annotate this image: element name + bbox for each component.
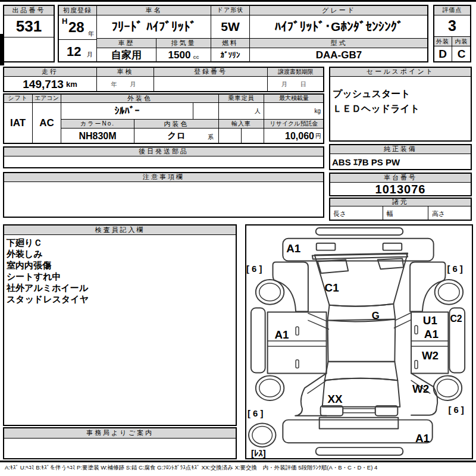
grade-header: グレード [249, 5, 428, 15]
door-handle-left-rear [296, 360, 299, 368]
registration-year: 28 [68, 19, 84, 36]
wheel-front-left-inner [259, 283, 281, 301]
door-handle-right-rear [415, 361, 418, 369]
max-load-header: 最大積載量 [264, 93, 324, 103]
capacity-header: 乗車定員 [218, 93, 264, 103]
footer-separator-bar [0, 461, 476, 462]
inspector-notes-header: 検査員記入欄 [3, 224, 237, 235]
spare-tire [249, 424, 276, 447]
mileage-unit: km [66, 80, 77, 89]
displacement-header: 排気量 [156, 38, 211, 48]
notes-empty [3, 181, 324, 218]
front-bumper-shape [316, 228, 403, 235]
a-pillar-left-line2 [308, 320, 329, 329]
aircon-header: エアコン [32, 93, 61, 103]
interior-grade-header: 内装 [452, 36, 471, 46]
interior-color-header: 内装色 [134, 119, 219, 129]
damage-label-right-door-u1: U1 [423, 314, 437, 327]
headlight-right-shape [383, 243, 402, 250]
fuel-header: 燃料 [211, 38, 250, 48]
inspector-note-line: 社外アルミホイール [7, 282, 233, 293]
sales-points-header: セールスポイント [329, 67, 472, 77]
exterior-grade-value: D [433, 46, 452, 62]
rear-panel-shape [320, 418, 399, 429]
side-sill-left-shape [251, 308, 265, 373]
sales-point-line: プッシュスタート [333, 86, 468, 101]
inspector-notes-body: 下廻りＣ 外装しみ 室内内張傷 シートすれ中 社外アルミホイール スタッドレスタ… [3, 234, 237, 426]
shaken-header: 車検 [96, 67, 154, 77]
a-pillar-right-line2 [394, 320, 411, 328]
headlight-left-shape [317, 243, 336, 250]
year-unit: 年 [88, 30, 94, 38]
capacity-unit-cell: 人 [218, 102, 264, 120]
tire-depth-front-left: [ 6 ] [246, 264, 262, 274]
chassis-no-header: 車台番号 [329, 173, 472, 183]
tire-depth-front-right: [ 6 ] [447, 264, 462, 274]
transfer-deadline-header: 譲渡書類期限 [267, 67, 324, 77]
wheel-rear-right-inner [437, 379, 459, 397]
exterior-color-sub-cell [193, 102, 219, 120]
a-pillar-right-line [395, 313, 411, 321]
spec-width-cell: 幅 [383, 206, 428, 221]
interior-color-value: クロ [167, 130, 186, 142]
damage-label-rear-a1: A1 [415, 432, 430, 444]
mileage-header: 走行 [3, 67, 97, 77]
sales-points-body: プッシュスタート ＬＥＤヘッドライト [329, 76, 472, 142]
score-value: 3 [433, 15, 471, 37]
import-car-header: 輸入車 [218, 119, 264, 129]
later-parts-empty [3, 156, 324, 168]
inspector-note-line: シートすれ中 [7, 271, 233, 282]
wheel-rear-left-inner [259, 379, 281, 397]
import-car-cell-a [218, 128, 242, 144]
roof-shape [328, 319, 396, 361]
model-code-header: 型式 [249, 38, 428, 48]
shift-value: IAT [3, 102, 33, 144]
damage-label-windshield-c1: C1 [325, 281, 339, 294]
tire-depth-rear-right: [ 6 ] [448, 405, 464, 415]
damage-label-right-reardoor-w2: W2 [422, 349, 439, 362]
first-registration-year-cell: H 28 年 [58, 15, 97, 40]
damage-label-roof-g: G [372, 310, 380, 321]
color-no-value: NH830M [61, 128, 134, 144]
displacement-unit: cc [193, 54, 199, 60]
specs-header: 諸元 [329, 198, 472, 206]
damage-label-rear-xx: XX [328, 393, 343, 405]
auction-no-empty-cell [3, 37, 55, 62]
displacement-value-cell: 1500 cc [156, 48, 211, 62]
wheel-front-right-inner [439, 283, 460, 301]
interior-grade-value: C [452, 46, 471, 62]
damage-label-left-door-a1: A1 [274, 328, 289, 341]
displacement-value: 1500 [168, 49, 191, 61]
mileage-value-cell: 149,713 km [3, 76, 97, 92]
top-border-bar [0, 0, 476, 2]
sales-point-line: ＬＥＤヘッドライト [333, 101, 468, 116]
inspector-note-line: 室内内張傷 [7, 259, 233, 271]
inspector-note-line: スタッドレスタイヤ [7, 293, 233, 305]
equipment-header: 純正装備 [329, 144, 472, 154]
exterior-color-value: ｼﾙﾊﾞｰ [61, 102, 193, 120]
notes-header: 注意事項欄 [3, 172, 324, 182]
inspector-note-line: 外装しみ [7, 248, 233, 259]
chassis-no-value: 1013076 [329, 182, 472, 196]
spec-length-cell: 長さ [329, 206, 383, 221]
inspector-note-line: 下廻りＣ [7, 237, 233, 248]
door-block-left-shape [268, 312, 327, 374]
rear-lower-panel-shape [283, 420, 432, 443]
first-registration-header: 初度登録 [58, 5, 97, 15]
quarter-panel-left-shape [295, 373, 326, 415]
registration-month: 12 [67, 44, 81, 60]
aircon-value: AC [32, 102, 61, 144]
office-info-header: 事務局よりご案内 [3, 427, 237, 439]
shaken-hint: 年 月 [96, 76, 154, 92]
history-header: 車歴 [96, 38, 156, 48]
import-car-cell-b [241, 128, 264, 144]
score-header: 評価点 [433, 5, 471, 15]
car-name-value: ﾌﾘｰﾄﾞ ﾊｲﾌﾞﾘｯﾄﾞ [96, 15, 211, 39]
grade-value: ﾊｲﾌﾞﾘｯﾄﾞ･Gﾎﾝﾀﾞｾﾝｼﾝｸﾞ [249, 15, 428, 39]
month-unit: 月 [87, 51, 93, 59]
car-diagram-panel: A1 C1 G A1 U1 A1 C2 W2 W2 XX A1 [ 6 ] [ … [245, 224, 473, 459]
transfer-deadline-hint: 月 日 [267, 76, 324, 92]
recycle-deposit-cell: 10,060 円 [264, 128, 324, 144]
exterior-grade-header: 外装 [433, 36, 452, 46]
car-damage-diagram: A1 C1 G A1 U1 A1 C2 W2 W2 XX A1 [ 6 ] [ … [246, 226, 472, 458]
